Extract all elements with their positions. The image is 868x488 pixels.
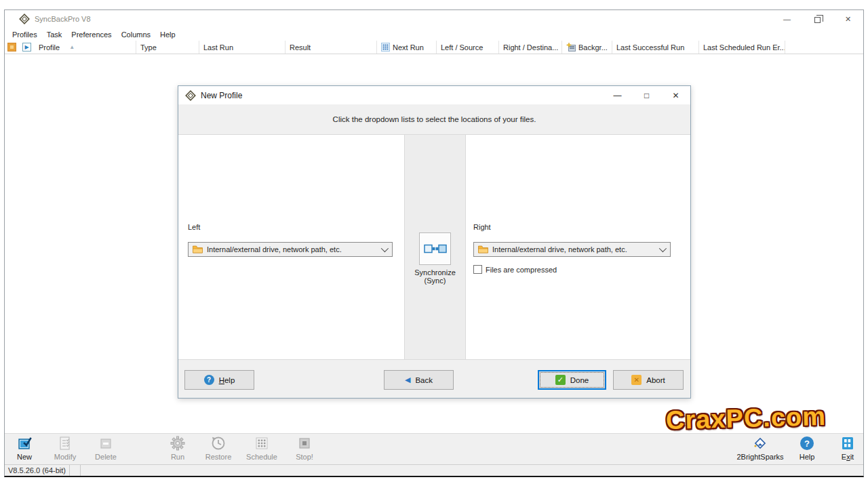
right-label: Right bbox=[473, 223, 491, 231]
window-title: SyncBackPro V8 bbox=[35, 15, 91, 23]
column-last-scheduled-run-error[interactable]: Last Scheduled Run Er... bbox=[699, 41, 785, 54]
new-profile-icon bbox=[16, 435, 33, 451]
stop-icon bbox=[296, 435, 313, 451]
restore-icon bbox=[814, 17, 821, 23]
status-cell-empty bbox=[70, 465, 81, 476]
back-arrow-icon: ◀ bbox=[405, 375, 410, 384]
abort-button-label: Abort bbox=[646, 376, 665, 384]
new-profile-dialog: New Profile — □ ✕ Click the dropdown lis… bbox=[178, 85, 691, 399]
close-button[interactable]: ✕ bbox=[833, 10, 863, 28]
chevron-down-icon bbox=[659, 245, 667, 252]
column-left-source-label: Left / Source bbox=[441, 43, 483, 52]
column-filler bbox=[785, 41, 863, 54]
run-gear-icon bbox=[170, 435, 186, 451]
toolbar-delete[interactable]: Delete bbox=[79, 435, 132, 461]
titlebar: SyncBackPro V8 — ✕ bbox=[5, 10, 863, 28]
right-panel: Right Internal/external drive, network p… bbox=[465, 135, 690, 359]
column-left-source[interactable]: Left / Source bbox=[437, 41, 499, 54]
menu-task[interactable]: Task bbox=[42, 30, 67, 39]
profile-status-icon bbox=[7, 43, 16, 52]
synchronize-icon bbox=[424, 243, 447, 255]
background-tasks-icon bbox=[566, 43, 576, 52]
menu-preferences[interactable]: Preferences bbox=[66, 30, 116, 39]
schedule-grid-icon bbox=[254, 435, 270, 451]
help-button[interactable]: ? Help bbox=[184, 370, 254, 390]
exit-icon bbox=[840, 435, 856, 451]
dialog-maximize-button[interactable]: □ bbox=[632, 86, 661, 104]
abort-x-icon: ✕ bbox=[631, 375, 642, 385]
toolbar-exit-label: Exit bbox=[842, 453, 854, 461]
minimize-button[interactable]: — bbox=[772, 10, 802, 28]
toolbar-modify-label: Modify bbox=[54, 453, 76, 461]
version-status: V8.5.26.0 (64-bit) bbox=[5, 465, 70, 476]
column-last-scheduled-run-error-label: Last Scheduled Run Er... bbox=[703, 43, 785, 52]
folder-icon bbox=[478, 245, 488, 253]
toolbar-help-label: Help bbox=[800, 453, 815, 461]
column-background[interactable]: Backgr... bbox=[562, 41, 612, 54]
column-background-label: Backgr... bbox=[578, 43, 608, 52]
craxpc-watermark: CraxPC.com bbox=[665, 402, 826, 435]
column-right-destination[interactable]: Right / Destina... bbox=[499, 41, 562, 54]
delete-icon bbox=[98, 435, 114, 451]
brightsparks-logo-icon bbox=[752, 435, 768, 451]
restore-history-icon bbox=[210, 435, 226, 451]
done-check-icon: ✓ bbox=[555, 375, 566, 385]
folder-icon bbox=[193, 245, 203, 253]
column-result-label: Result bbox=[290, 43, 311, 52]
help-button-label: Help bbox=[219, 376, 235, 384]
sync-method-label: Synchronize (Sync) bbox=[405, 268, 465, 285]
column-type[interactable]: Type bbox=[136, 41, 199, 54]
dialog-title: New Profile bbox=[201, 91, 242, 100]
toolbar-delete-label: Delete bbox=[95, 453, 117, 461]
back-button-label: Back bbox=[415, 376, 433, 384]
dialog-instruction: Click the dropdown lists to select the l… bbox=[178, 104, 690, 134]
column-type-label: Type bbox=[140, 43, 157, 52]
left-dropdown-value: Internal/external drive, network path, e… bbox=[207, 245, 377, 253]
sync-method-panel: Synchronize (Sync) bbox=[405, 135, 465, 359]
toolbar-2brightsparks[interactable]: 2BrightSparks bbox=[734, 435, 787, 461]
modify-icon bbox=[57, 435, 73, 451]
column-next-run-label: Next Run bbox=[393, 43, 424, 52]
menu-columns[interactable]: Columns bbox=[117, 30, 155, 39]
run-arrow-icon: ▶ bbox=[22, 43, 31, 52]
header-status-icon-cell[interactable] bbox=[5, 41, 20, 54]
column-last-run-label: Last Run bbox=[203, 43, 233, 52]
statusbar: V8.5.26.0 (64-bit) bbox=[5, 464, 863, 476]
column-last-run[interactable]: Last Run bbox=[199, 41, 285, 54]
toolbar-2brightsparks-label: 2BrightSparks bbox=[736, 453, 783, 461]
header-run-icon-cell[interactable]: ▶ bbox=[20, 41, 35, 54]
back-button[interactable]: ◀ Back bbox=[384, 370, 454, 390]
dialog-titlebar: New Profile — □ ✕ bbox=[178, 86, 690, 104]
restore-button[interactable] bbox=[802, 10, 833, 28]
compressed-checkbox-label: Files are compressed bbox=[486, 266, 557, 274]
compressed-checkbox[interactable] bbox=[473, 265, 482, 274]
menubar: Profiles Task Preferences Columns Help bbox=[5, 28, 863, 41]
menu-help[interactable]: Help bbox=[155, 30, 180, 39]
column-last-successful-run[interactable]: Last Successful Run bbox=[612, 41, 699, 54]
toolbar-run-label: Run bbox=[171, 453, 184, 461]
menu-profiles[interactable]: Profiles bbox=[7, 30, 42, 39]
abort-button[interactable]: ✕ Abort bbox=[613, 370, 684, 390]
column-profile-label: Profile bbox=[39, 43, 60, 52]
column-result[interactable]: Result bbox=[285, 41, 377, 54]
dialog-content: Left Internal/external drive, network pa… bbox=[178, 134, 690, 360]
dialog-minimize-button[interactable]: — bbox=[603, 86, 632, 104]
sync-method-button[interactable] bbox=[419, 232, 451, 265]
chevron-down-icon bbox=[381, 245, 389, 252]
done-button[interactable]: ✓ Done bbox=[538, 370, 606, 390]
toolbar-restore-label: Restore bbox=[205, 453, 232, 461]
toolbar-stop[interactable]: Stop! bbox=[278, 435, 331, 461]
column-next-run[interactable]: Next Run bbox=[377, 41, 437, 54]
left-label: Left bbox=[188, 223, 200, 231]
toolbar-stop-label: Stop! bbox=[296, 453, 313, 461]
toolbar-exit[interactable]: Exit bbox=[821, 435, 868, 461]
left-panel: Left Internal/external drive, network pa… bbox=[178, 135, 405, 359]
toolbar-new-label: New bbox=[17, 453, 32, 461]
left-location-dropdown[interactable]: Internal/external drive, network path, e… bbox=[188, 242, 393, 257]
right-location-dropdown[interactable]: Internal/external drive, network path, e… bbox=[473, 242, 671, 257]
dialog-close-button[interactable]: ✕ bbox=[661, 86, 690, 104]
compressed-checkbox-row[interactable]: Files are compressed bbox=[473, 265, 557, 274]
column-profile[interactable]: Profile ▲ bbox=[35, 41, 136, 54]
syncback-logo-icon bbox=[19, 14, 30, 24]
right-dropdown-value: Internal/external drive, network path, e… bbox=[492, 245, 655, 253]
